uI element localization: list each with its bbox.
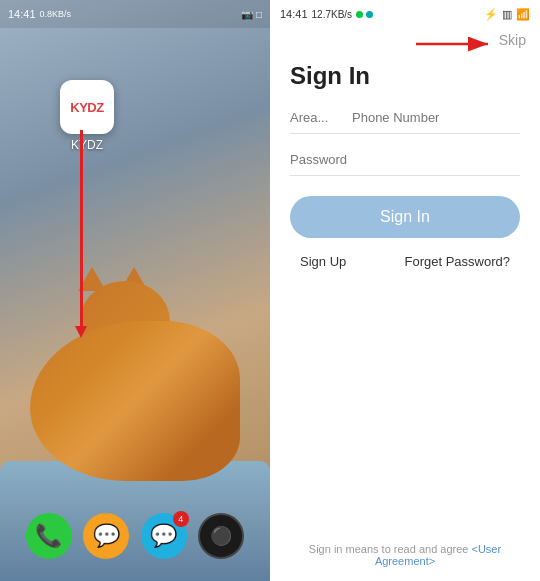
camera-icon[interactable]: ⚫	[198, 513, 244, 559]
time-left: 14:41	[8, 8, 36, 20]
cat-area	[10, 181, 260, 481]
red-arrow-right	[416, 34, 496, 54]
agreement-text: Sign in means to read and agree <User Ag…	[270, 543, 540, 567]
speed-left: 0.8KB/s	[40, 9, 72, 19]
phone-number-input[interactable]	[352, 110, 520, 125]
signin-button[interactable]: Sign In	[290, 196, 520, 238]
camera-symbol: ⚫	[210, 525, 232, 547]
dot-teal	[366, 11, 373, 18]
skip-area: Skip	[270, 28, 540, 48]
phone-symbol: 📞	[35, 523, 62, 549]
forget-password-link[interactable]: Forget Password?	[405, 254, 511, 269]
kydz-logo-text: KYDZ	[70, 100, 103, 115]
phone-icon[interactable]: 📞	[26, 513, 72, 559]
status-icons-right: ⚡ ▥ 📶	[484, 8, 530, 21]
messages-symbol: 💬	[93, 523, 120, 549]
skip-button[interactable]: Skip	[499, 32, 526, 48]
red-arrow-down	[80, 130, 83, 330]
wifi-icon-right: 📶	[516, 8, 530, 21]
wifi-icon-left: □	[256, 9, 262, 20]
status-bar-right: 14:41 12.7KB/s ⚡ ▥ 📶	[270, 0, 540, 28]
battery-icon: ▥	[502, 8, 512, 21]
right-panel: 14:41 12.7KB/s ⚡ ▥ 📶 Skip Sign In	[270, 0, 540, 581]
signin-content: Sign In Sign In Sign Up Forget Password?	[270, 48, 540, 581]
bluetooth-icon-right: ⚡	[484, 8, 498, 21]
status-dots	[356, 11, 373, 18]
bubble-badge: 4	[173, 511, 189, 527]
messages-icon[interactable]: 💬	[83, 513, 129, 559]
bubble-icon[interactable]: 💬 4	[141, 513, 187, 559]
signup-link[interactable]: Sign Up	[300, 254, 346, 269]
kydz-app-label: KYDZ	[71, 138, 103, 152]
app-icon-container[interactable]: KYDZ KYDZ	[60, 80, 114, 152]
status-icons-left: 📷 □	[241, 9, 262, 20]
cat-body	[30, 321, 240, 481]
kydz-app-icon[interactable]: KYDZ	[60, 80, 114, 134]
password-input[interactable]	[290, 152, 520, 176]
area-code-input[interactable]	[290, 110, 340, 125]
signin-title: Sign In	[290, 62, 520, 90]
left-panel: 14:41 0.8KB/s 📷 □ KYDZ KYDZ 📞 💬 💬 4 ⚫	[0, 0, 270, 581]
speed-right: 12.7KB/s	[312, 9, 353, 20]
status-bar-left: 14:41 0.8KB/s 📷 □	[0, 0, 270, 28]
bottom-dock: 📞 💬 💬 4 ⚫	[0, 501, 270, 581]
time-right: 14:41	[280, 8, 308, 20]
phone-input-row[interactable]	[290, 110, 520, 134]
bluetooth-icon-left: 📷	[241, 9, 253, 20]
agreement-prefix: Sign in means to read and agree	[309, 543, 472, 555]
links-row: Sign Up Forget Password?	[290, 254, 520, 269]
bubble-symbol: 💬	[150, 523, 177, 549]
dot-green	[356, 11, 363, 18]
